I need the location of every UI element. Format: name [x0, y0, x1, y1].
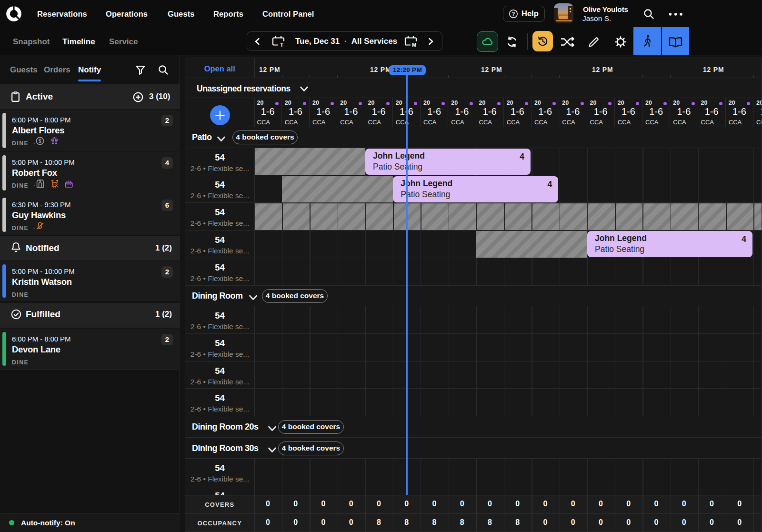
svg-text:M: M: [412, 42, 416, 48]
svg-text:T: T: [280, 42, 283, 48]
svg-text:$: $: [39, 138, 41, 144]
svg-text:?: ?: [511, 11, 515, 17]
